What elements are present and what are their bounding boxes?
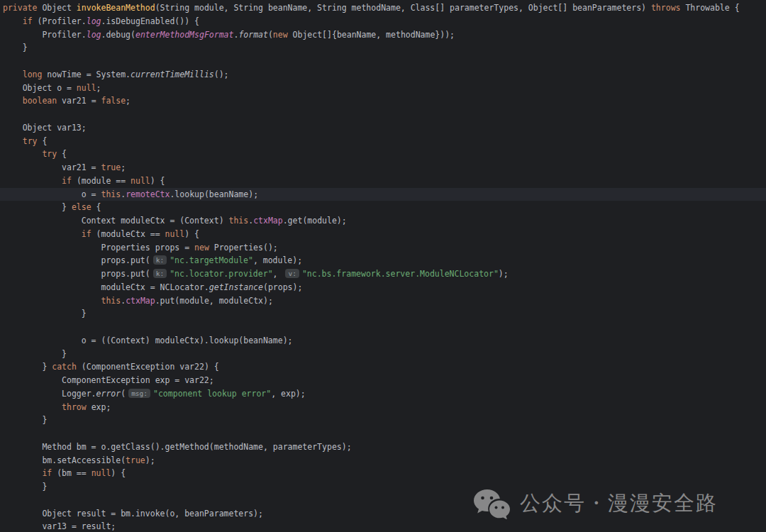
code-token: true (101, 162, 121, 172)
code-line: Profiler.log.debug(enterMethodMsgFormat.… (0, 28, 766, 42)
code-token (3, 176, 62, 186)
code-token: moduleCtx = NCLocator. (3, 282, 209, 292)
code-token: enterMethodMsgFormat (135, 30, 233, 40)
code-token: bm.setAccessible( (3, 455, 126, 465)
code-token: (moduleCtx == (91, 229, 165, 239)
code-token: } (3, 349, 67, 359)
code-line: this.ctxMap.put(module, moduleCtx); (0, 294, 766, 308)
code-token: .isDebugEnabled()) { (101, 16, 199, 26)
code-line: } (0, 480, 766, 494)
code-token: { (57, 149, 67, 159)
inlay-hint-badge: k: (153, 255, 167, 265)
code-token: var13 = result; (3, 521, 116, 531)
code-token: ; (126, 96, 131, 106)
code-token (3, 96, 23, 106)
code-line: Object o = null; (0, 82, 766, 95)
code-token: (module == (72, 176, 131, 186)
code-line: } (0, 41, 766, 55)
code-token: ); (499, 269, 509, 279)
code-token: o = ((Context) moduleCtx).lookup(beanNam… (3, 336, 293, 345)
code-line: } else { (0, 201, 766, 214)
code-token: invokeBeanMethod (77, 3, 155, 13)
code-token: Object o = (3, 83, 77, 93)
code-line: try { (0, 148, 766, 161)
code-line: var21 = true; (0, 161, 766, 174)
code-token: log (87, 16, 101, 26)
code-token: null (77, 83, 96, 93)
code-line: Context moduleCtx = (Context) this.ctxMa… (0, 214, 766, 228)
code-line: if (bm == null) { (0, 467, 766, 480)
code-token: long (23, 70, 43, 79)
code-token: var21 = (3, 162, 101, 172)
code-token: .put(module, moduleCtx); (155, 296, 273, 306)
code-token: "nc.bs.framework.server.ModuleNCLocator" (302, 269, 499, 279)
code-token: true (126, 455, 145, 465)
code-token: .debug( (101, 30, 135, 40)
code-token: props.put( (3, 255, 150, 265)
code-token: if (82, 229, 91, 239)
code-token: null (165, 229, 185, 239)
code-token: throws (651, 3, 681, 13)
code-token (3, 136, 23, 146)
code-token: this (229, 216, 249, 226)
code-line: if (module == null) { (0, 174, 766, 188)
code-token: (props); (263, 282, 302, 292)
code-token: ; (121, 162, 126, 172)
code-token: this (101, 189, 121, 199)
code-token: getInstance (209, 282, 263, 292)
code-token: } (3, 202, 72, 212)
code-token: Method bm = o.getClass().getMethod(metho… (3, 442, 352, 452)
code-token: Context moduleCtx = (Context) (3, 216, 229, 226)
code-token: ctxMap (126, 296, 155, 306)
code-line: long nowTime = System.currentTimeMillis(… (0, 68, 766, 82)
code-token: false (101, 96, 126, 106)
code-token: Profiler. (3, 30, 87, 40)
code-token: "nc.locator.provider" (170, 269, 272, 279)
code-token: null (91, 468, 111, 478)
code-token: ) { (184, 229, 199, 239)
code-token: null (131, 176, 150, 186)
code-token: .lookup(beanName); (170, 189, 258, 199)
code-line: boolean var21 = false; (0, 94, 766, 108)
code-token: ; (96, 83, 101, 93)
code-token: ( (121, 389, 126, 399)
code-token: var21 = (57, 96, 101, 106)
code-line: Object result = bm.invoke(o, beanParamet… (0, 507, 766, 521)
code-token: (Profiler. (33, 16, 87, 26)
code-token: else (72, 202, 91, 212)
code-token: boolean (23, 96, 57, 106)
code-line: Properties props = new Properties(); (0, 241, 766, 255)
code-token: ) { (150, 176, 165, 186)
code-line: ComponentException exp = var22; (0, 374, 766, 387)
code-token: Object var13; (3, 123, 87, 133)
code-token: Object result = bm.invoke(o, beanParamet… (3, 509, 263, 519)
code-token: Object[]{beanName, methodName})); (288, 30, 455, 40)
code-editor[interactable]: private Object invokeBeanMethod(String m… (0, 0, 766, 532)
code-token: exp; (87, 402, 111, 412)
code-token (3, 468, 42, 478)
code-token: if (23, 16, 33, 26)
code-token: ) { (111, 468, 126, 478)
code-token: (bm == (52, 468, 91, 478)
code-token: o = (3, 189, 101, 199)
code-line: } catch (ComponentException var22) { (0, 360, 766, 374)
code-token: props.put( (3, 269, 150, 279)
code-token: try (23, 136, 38, 146)
code-token (3, 16, 23, 26)
code-token: , module); (253, 255, 302, 265)
code-token: ComponentException exp = var22; (3, 375, 214, 385)
inlay-hint-badge: k: (153, 269, 167, 278)
code-token: { (37, 136, 47, 146)
code-line: props.put(k:"nc.locator.provider", v:"nc… (0, 267, 766, 281)
code-token: catch (52, 362, 77, 372)
code-line: moduleCtx = NCLocator.getInstance(props)… (0, 281, 766, 294)
inlay-hint-badge: msg: (128, 389, 150, 398)
code-line: } (0, 414, 766, 427)
code-token (3, 229, 82, 239)
code-line: if (Profiler.log.isDebugEnabled()) { (0, 15, 766, 28)
code-token: ctxMap (253, 216, 283, 226)
code-token: new (273, 30, 288, 40)
code-token: (ComponentException var22) { (77, 362, 219, 372)
code-token: .get(module); (283, 216, 347, 226)
code-line: bm.setAccessible(true); (0, 454, 766, 467)
